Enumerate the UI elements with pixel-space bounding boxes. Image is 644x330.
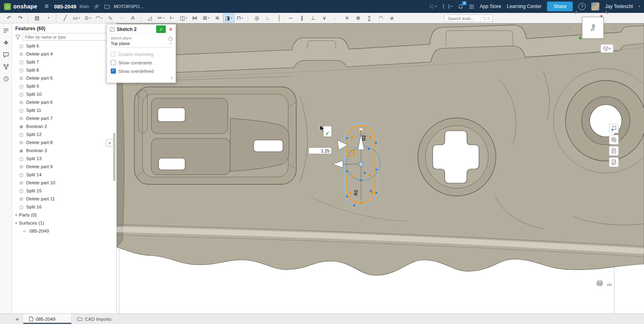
feature-list-toggle-icon[interactable] [2,27,10,35]
tools-icon[interactable]: ▾ [429,4,437,9]
toolbar-tool-button[interactable]: A ▾ [127,14,141,23]
toolbar-tool-button[interactable]: ⊙ ▾ [82,14,93,23]
search-tools-input[interactable] [447,16,479,21]
sketch-dimension-list-button[interactable]: ≡ [106,139,114,147]
parts-group-row[interactable]: ▾ Parts (0) [12,211,116,219]
cube-arrow-left-icon[interactable]: ‹ [569,24,571,30]
main-menu-icon[interactable]: ≡ [41,2,52,10]
checkbox[interactable] [111,52,116,57]
surface-item-row[interactable]: ▱ 085-2049 [12,227,116,235]
tab-cad-imports[interactable]: CAD Imports [72,314,120,324]
onshape-logo[interactable]: ◇ onshape [0,3,41,10]
feature-list-item[interactable]: ⊟ Delete part 5 [12,74,116,82]
toolbar-tool-button[interactable]: ◨ ▾ [223,14,234,23]
dialog-help-icon[interactable]: ? [170,77,173,81]
features-filter-input[interactable] [23,33,113,41]
sketch-dialog-header[interactable]: Sketch 2 ✓ × [107,25,175,34]
toolbar-tool-button[interactable]: ↶ ▾ [3,14,14,23]
checkbox[interactable] [111,68,116,74]
toolbar-tool-button[interactable]: ≋ ▾ [212,14,223,23]
feature-list-item[interactable]: ◫ Split 10 [12,90,116,98]
toolbar-tool-button[interactable]: ⌀ ▾ [386,14,398,23]
feature-list-item[interactable]: ⊟ Delete part 4 [12,50,116,58]
toolbar-tool-button[interactable]: ▭ ▾ [71,14,82,23]
learning-center-button[interactable]: Learning Center [507,4,541,9]
app-store-button[interactable]: App Store [480,4,501,9]
toolbar-tool-button[interactable]: ∙ ▾ [330,14,341,23]
tool-dropdown-caret-icon[interactable]: ▾ [78,16,80,20]
featurescript-icon[interactable]: { } ▾ [442,4,452,9]
toolbar-tool-button[interactable]: ∑ ▾ [364,14,375,23]
document-title[interactable]: 085-2049 [54,4,76,10]
feature-list-item[interactable]: ◉ Boolean 2 [12,122,116,130]
toolbar-tool-button[interactable]: ⊥ ▾ [308,14,319,23]
toolbar-tool-button[interactable]: ⊓ ▾ [234,14,248,23]
user-name[interactable]: Jay Tedeschi [605,4,633,9]
cube-arrow-right-icon[interactable]: › [613,24,615,30]
folder-icon[interactable]: MOTORSPO... [104,4,143,9]
dialog-option-row[interactable]: Disable imprinting [111,50,172,58]
feature-list-item[interactable]: ◫ Split 8 [12,66,116,74]
feature-list-item[interactable]: ⊟ Delete part 11 [12,195,116,203]
feature-list-item[interactable]: ◫ Split 11 [12,106,116,114]
rotate-ccw-icon[interactable]: ↺ [574,10,578,15]
tool-dropdown-caret-icon[interactable]: ▾ [101,16,103,20]
history-icon[interactable] [2,75,10,83]
toolbar-tool-button[interactable]: ⋈ ▾ [189,14,200,23]
tool-dropdown-caret-icon[interactable]: ▾ [208,16,210,20]
feature-list-item[interactable]: ◫ Split 9 [12,82,116,90]
feature-list-item[interactable]: ◫ Split 12 [12,130,116,138]
toolbar-tool-button[interactable]: ≡ ▾ [341,14,353,23]
section-view-button[interactable] [609,135,619,144]
feature-list-item[interactable]: ◫ Split 7 [12,58,116,66]
feature-list-item[interactable]: ⊟ Delete part 10 [12,179,116,187]
part-model-canvas[interactable]: R2 R2 [117,23,644,314]
feature-list-item[interactable]: ◫ Split 6 [12,42,116,50]
view-cube[interactable]: ↺ ↻ ✕ ‹ › Top [568,11,618,49]
toolbar-tool-button[interactable]: ∟ ▾ [262,14,274,23]
named-views-button[interactable] [609,146,619,156]
feature-list-item[interactable]: ◫ Split 14 [12,171,116,179]
tool-dropdown-caret-icon[interactable]: ▾ [90,16,91,20]
link-icon[interactable] [94,4,99,9]
toolbar-tool-button[interactable]: ∨ ▾ [319,14,330,23]
feature-list-item[interactable]: ◉ Boolean 3 [12,146,116,155]
parts-caret-icon[interactable]: ▾ [15,213,17,217]
toolbar-tool-button[interactable]: ◫ ▾ [178,14,189,23]
toolbar-tool-button[interactable]: ◎ ▾ [251,14,262,23]
feature-list-item[interactable]: ◫ Split 13 [12,155,116,163]
feature-list-item[interactable]: ⊟ Delete part 9 [12,163,116,171]
toolbar-tool-button[interactable]: ╱ ▾ [60,14,71,23]
document-branch[interactable]: Main [80,4,89,9]
surfaces-group-row[interactable]: ▾ Surfaces (1) [12,219,116,227]
help-icon[interactable]: ? [578,3,586,10]
toolbar-tool-button[interactable]: ◔ ▾ [43,14,56,23]
apps-grid-icon[interactable] [469,4,474,9]
tab-part-studio[interactable]: 085-2049 [23,314,72,324]
dialog-option-row[interactable]: Show overdefined [111,67,172,75]
tool-dropdown-caret-icon[interactable]: ▾ [186,16,187,20]
view-mode-button[interactable]: ▾ [601,44,613,53]
rotate-cw-icon[interactable]: ↻ [605,10,609,15]
insert-crosshair-icon[interactable] [2,39,10,47]
toolbar-tool-button[interactable]: ◿ ▾ [144,14,155,23]
versions-icon[interactable] [2,63,10,71]
toolbar-tool-button[interactable]: ⊕ ▾ [353,14,364,23]
edit-appearance-button[interactable] [609,157,619,167]
sketch-plane-field[interactable]: Top plane × [111,40,172,47]
cancel-sketch-button[interactable]: × [167,25,174,33]
feature-list-item[interactable]: ◫ Split 16 [12,203,116,211]
tool-dropdown-caret-icon[interactable]: ▾ [231,16,232,20]
toolbar-tool-button[interactable]: ∿ ▾ [105,14,116,23]
accept-sketch-button[interactable]: ✓ [156,25,166,33]
toolbar-tool-button[interactable]: ◠ ▾ [375,14,386,23]
toolbar-tool-button[interactable]: │ ▾ [274,14,285,23]
display-states-button[interactable] [609,124,619,133]
user-avatar[interactable] [591,2,599,10]
feature-list-item[interactable]: ⊟ Delete part 7 [12,114,116,122]
selection-history-icon[interactable] [168,36,173,43]
toolbar-tool-button[interactable]: ⊢ ▾ [167,14,178,23]
scale-icon[interactable] [606,280,613,286]
feature-list-item[interactable]: ◫ Split 15 [12,187,116,195]
search-tools-field[interactable]: ⌥ C [444,14,493,22]
